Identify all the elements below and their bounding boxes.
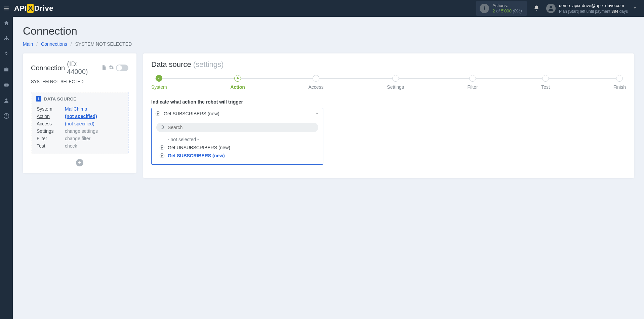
chevron-down-icon[interactable]: [633, 6, 637, 11]
header-right: i Actions: 2 of 5'000 (0%) demo_apix-dri…: [476, 0, 644, 17]
add-button[interactable]: +: [76, 159, 83, 166]
nav-account[interactable]: [0, 94, 13, 107]
step-test[interactable]: Test: [541, 75, 550, 90]
step-label: Filter: [468, 84, 478, 90]
step-dot: [542, 75, 549, 82]
selected-text: Get SUBSCRIBERS (new): [164, 111, 219, 116]
dropdown-selected[interactable]: Get SUBSCRIBERS (new): [152, 108, 323, 119]
step-label: Access: [309, 84, 324, 90]
stepper: System Action Access Settings Filter Tes…: [151, 75, 626, 90]
step-filter[interactable]: Filter: [468, 75, 478, 90]
enable-toggle[interactable]: [116, 65, 128, 71]
play-icon: [160, 153, 164, 158]
step-label: Settings: [387, 84, 404, 90]
user-text: demo_apix-drive@apix-drive.com Plan |Sta…: [559, 3, 628, 14]
actions-label: Actions:: [492, 3, 522, 8]
nav-home[interactable]: [0, 17, 13, 30]
file-icon[interactable]: [101, 64, 107, 72]
val-action[interactable]: (not specified): [65, 114, 97, 119]
actions-pct: (0%): [513, 8, 522, 13]
plan-days: 384: [611, 9, 618, 14]
option-subscribers[interactable]: Get SUBSCRIBERS (new): [156, 152, 318, 160]
step-access[interactable]: Access: [309, 75, 324, 90]
val-system[interactable]: MailChimp: [65, 106, 123, 112]
user-block[interactable]: demo_apix-drive@apix-drive.com Plan |Sta…: [546, 3, 628, 14]
user-email: demo_apix-drive@apix-drive.com: [559, 3, 628, 8]
lbl-action: Action: [37, 113, 64, 120]
logo-x: X: [27, 4, 34, 13]
content: Connection Main / Connections / SYSTEM N…: [13, 17, 644, 186]
bell-icon[interactable]: [533, 5, 539, 12]
lbl-access: Access: [37, 120, 64, 127]
ds-heading: Data source (settings): [151, 60, 626, 69]
lbl-test: Test: [37, 143, 64, 149]
lbl-system: System: [37, 106, 64, 112]
logo-text-1: API: [14, 4, 27, 13]
ds-box-title: 1 DATA SOURCE: [36, 96, 123, 102]
main: Connection Main / Connections / SYSTEM N…: [13, 0, 644, 319]
search-input-wrap: [156, 123, 318, 132]
ds-title-text: DATA SOURCE: [44, 96, 76, 102]
val-filter[interactable]: change filter: [65, 135, 123, 142]
search-input[interactable]: [168, 125, 314, 130]
nav-video[interactable]: [0, 79, 13, 91]
lbl-filter: Filter: [37, 135, 64, 142]
crumb-main[interactable]: Main: [23, 41, 33, 47]
val-test[interactable]: check: [65, 143, 123, 149]
step-dot: [156, 75, 162, 82]
crumb-sep: /: [36, 41, 38, 47]
plan-days-word: days: [618, 9, 628, 14]
page-title: Connection: [23, 25, 634, 37]
step-settings[interactable]: Settings: [387, 75, 404, 90]
val-access[interactable]: (not specified): [65, 120, 123, 127]
step-dot: [313, 75, 319, 82]
search-icon: [160, 125, 165, 130]
connection-head: Connection (ID: 44000): [31, 60, 128, 76]
option-none[interactable]: - not selected -: [156, 135, 318, 144]
logo-text-2: Drive: [34, 4, 53, 13]
dropdown-panel: - not selected - Get UNSUBSCRIBERS (new)…: [152, 119, 323, 164]
row-system: SystemMailChimp: [37, 106, 123, 112]
user-plan: Plan |Start| left until payment 384 days: [559, 9, 628, 14]
card-connection: Connection (ID: 44000) SYSTEM NOT SELECT…: [23, 53, 136, 173]
plan-name: |Start|: [568, 9, 579, 14]
connection-subhead: SYSTEM NOT SELECTED: [31, 79, 128, 87]
step-label: System: [151, 84, 167, 90]
step-label: Action: [230, 84, 245, 90]
nav-briefcase[interactable]: [0, 63, 13, 76]
ds-kv-table: SystemMailChimp Action(not specified) Ac…: [36, 105, 123, 150]
play-icon: [160, 145, 164, 150]
nav-help[interactable]: [0, 110, 13, 122]
ds-heading-sub: (settings): [193, 60, 224, 69]
option-label: Get UNSUBSCRIBERS (new): [168, 145, 230, 150]
nav-billing[interactable]: [0, 48, 13, 61]
logo[interactable]: API X Drive: [14, 4, 53, 13]
row: Connection (ID: 44000) SYSTEM NOT SELECT…: [23, 53, 634, 178]
step-system[interactable]: System: [151, 75, 167, 90]
val-settings[interactable]: change settings: [65, 128, 123, 134]
menu-toggle[interactable]: [0, 0, 13, 17]
row-access: Access(not specified): [37, 120, 123, 127]
row-test: Testcheck: [37, 143, 123, 149]
connection-title: Connection: [31, 64, 65, 72]
action-dropdown: Get SUBSCRIBERS (new) - not selected -: [151, 108, 323, 165]
layout: Connection Main / Connections / SYSTEM N…: [0, 0, 644, 319]
crumb-connections[interactable]: Connections: [41, 41, 67, 47]
step-dot: [616, 75, 623, 82]
actions-box[interactable]: i Actions: 2 of 5'000 (0%): [476, 1, 527, 15]
avatar: [546, 4, 556, 13]
connection-id: (ID: 44000): [67, 60, 99, 76]
option-unsubscribers[interactable]: Get UNSUBSCRIBERS (new): [156, 144, 318, 152]
breadcrumb: Main / Connections / SYSTEM NOT SELECTED: [23, 41, 634, 47]
field-label: Indicate what action the robot will trig…: [151, 99, 626, 105]
step-finish[interactable]: Finish: [613, 75, 626, 90]
plan-prefix: Plan: [559, 9, 568, 14]
nav-connections[interactable]: [0, 32, 13, 45]
gear-icon[interactable]: [109, 64, 114, 72]
step-dot: [234, 75, 241, 82]
sidebar: [0, 0, 13, 319]
step-dot: [469, 75, 476, 82]
step-action[interactable]: Action: [230, 75, 245, 90]
step-label: Finish: [613, 84, 626, 90]
step-label: Test: [541, 84, 550, 90]
